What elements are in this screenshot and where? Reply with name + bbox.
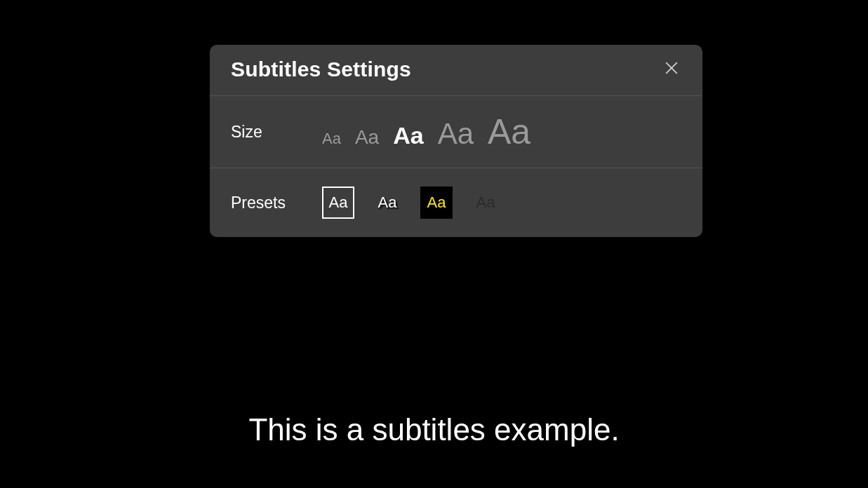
- size-option-l[interactable]: Aa: [438, 119, 474, 149]
- preset-white-bordered[interactable]: Aa: [322, 187, 354, 219]
- preset-dark[interactable]: Aa: [469, 187, 502, 219]
- size-option-m[interactable]: Aa: [393, 123, 423, 147]
- size-option-xs[interactable]: Aa: [322, 131, 341, 147]
- presets-label: Presets: [231, 194, 322, 212]
- close-button[interactable]: [662, 60, 681, 79]
- preset-options: Aa Aa Aa Aa: [322, 187, 502, 219]
- size-option-s[interactable]: Aa: [355, 128, 379, 147]
- preset-white-shadow[interactable]: Aa: [371, 187, 403, 219]
- subtitle-example-text: This is a subtitles example.: [0, 412, 868, 447]
- size-option-xl[interactable]: Aa: [488, 114, 530, 149]
- presets-row: Presets Aa Aa Aa Aa: [210, 168, 702, 237]
- size-options: Aa Aa Aa Aa Aa: [322, 114, 530, 149]
- close-icon: [664, 60, 679, 79]
- preset-yellow-on-black[interactable]: Aa: [420, 187, 453, 219]
- size-row: Size Aa Aa Aa Aa Aa: [210, 96, 702, 168]
- panel-title: Subtitles Settings: [231, 57, 411, 81]
- panel-header: Subtitles Settings: [210, 45, 702, 96]
- size-label: Size: [231, 123, 322, 142]
- subtitles-settings-panel: Subtitles Settings Size Aa Aa Aa Aa Aa P…: [210, 45, 702, 237]
